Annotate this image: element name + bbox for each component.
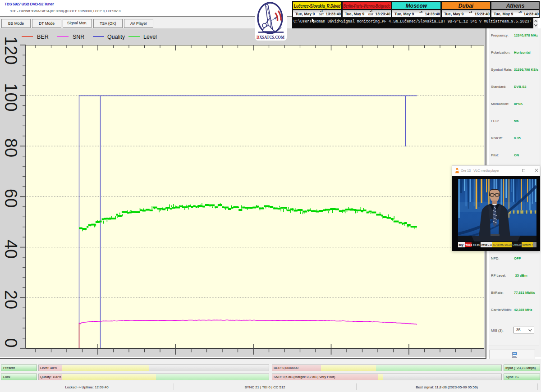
svg-text:Athens: Athens (505, 3, 524, 9)
svg-text:Lučenec-Slovakia_R.Dávid: Lučenec-Slovakia_R.Dávid (294, 3, 340, 9)
svg-text:TG24: TG24 (466, 244, 472, 246)
svg-text:Moscow: Moscow (405, 3, 427, 9)
svg-text:Dubai: Dubai (458, 3, 473, 9)
svg-text:13:23: 13:23 (473, 244, 480, 246)
svg-text:DXSATCS.COM: DXSATCS.COM (257, 35, 284, 40)
svg-text:Berlin-Paris-Vienna-Belgrade: Berlin-Paris-Vienna-Belgrade (343, 3, 390, 9)
svg-text:sky: sky (458, 243, 463, 247)
